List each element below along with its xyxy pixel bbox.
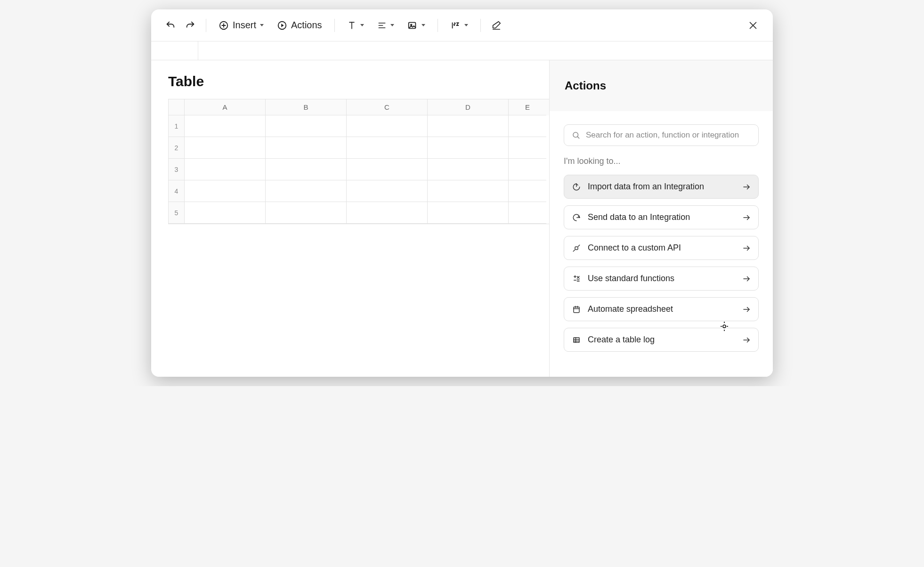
column-header[interactable]: C	[347, 99, 428, 115]
cell[interactable]	[428, 137, 509, 159]
eraser-button[interactable]	[488, 17, 504, 33]
align-button[interactable]	[373, 18, 399, 33]
action-label: Send data to an Integration	[588, 212, 736, 222]
close-panel-button[interactable]	[746, 19, 760, 32]
svg-rect-31	[574, 337, 579, 342]
text-format-button[interactable]	[342, 18, 369, 33]
cell[interactable]	[266, 180, 347, 202]
actions-panel: Actions I'm looking to... Import data fr…	[549, 60, 773, 377]
number-format-button[interactable]	[446, 17, 473, 33]
cell[interactable]	[509, 137, 546, 159]
looking-label: I'm looking to...	[564, 156, 759, 166]
cell[interactable]	[509, 159, 546, 180]
cell[interactable]	[347, 137, 428, 159]
cell[interactable]	[185, 202, 266, 224]
close-icon	[748, 20, 758, 31]
action-label: Use standard functions	[588, 274, 736, 284]
cell[interactable]	[347, 115, 428, 137]
cell[interactable]	[185, 180, 266, 202]
svg-line-12	[577, 137, 579, 138]
insert-button[interactable]: Insert	[214, 17, 268, 33]
arrow-right-icon	[742, 336, 751, 344]
column-header[interactable]: B	[266, 99, 347, 115]
action-create-table-log[interactable]: Create a table log	[564, 328, 759, 352]
cell[interactable]	[185, 115, 266, 137]
cell[interactable]	[509, 115, 546, 137]
arrow-right-icon	[742, 183, 751, 191]
cell[interactable]	[185, 137, 266, 159]
table-row: 4	[169, 180, 549, 202]
cell[interactable]	[428, 115, 509, 137]
column-header[interactable]: A	[185, 99, 266, 115]
actions-button[interactable]: Actions	[272, 17, 327, 33]
sheet-title: Table	[168, 73, 532, 89]
toolbar-separator	[334, 19, 335, 32]
table-row: 2	[169, 137, 549, 159]
action-label: Import data from an Integration	[588, 182, 736, 192]
cell[interactable]	[509, 202, 546, 224]
cell[interactable]	[428, 180, 509, 202]
row-header[interactable]: 3	[169, 159, 185, 180]
row-header[interactable]: 2	[169, 137, 185, 159]
chevron-down-icon	[260, 24, 264, 26]
play-circle-icon	[277, 20, 287, 31]
function-icon	[572, 274, 581, 284]
column-header[interactable]: E	[509, 99, 546, 115]
table-row: 5	[169, 202, 549, 224]
insert-label: Insert	[233, 20, 256, 31]
cell[interactable]	[185, 159, 266, 180]
action-connect-api[interactable]: Connect to a custom API	[564, 236, 759, 260]
number-icon	[450, 20, 461, 31]
image-insert-button[interactable]	[403, 17, 430, 33]
undo-icon	[165, 20, 176, 31]
search-input[interactable]	[586, 130, 751, 140]
cell[interactable]	[266, 202, 347, 224]
column-header[interactable]: D	[428, 99, 509, 115]
undo-button[interactable]	[162, 17, 178, 33]
spreadsheet-grid[interactable]: A B C D E 1 2 3	[168, 99, 549, 224]
cell[interactable]	[266, 115, 347, 137]
search-box[interactable]	[564, 124, 759, 146]
redo-icon	[185, 20, 195, 31]
eraser-icon	[491, 20, 502, 31]
svg-rect-26	[574, 307, 579, 312]
toolbar: Insert Actions	[151, 9, 773, 41]
app-window: Insert Actions	[151, 9, 773, 377]
cell[interactable]	[347, 202, 428, 224]
arrow-right-icon	[742, 275, 751, 283]
cell[interactable]	[347, 159, 428, 180]
formula-bar[interactable]	[151, 41, 773, 60]
svg-marker-4	[281, 24, 284, 27]
cell[interactable]	[428, 202, 509, 224]
panel-title: Actions	[565, 79, 606, 92]
row-header[interactable]: 5	[169, 202, 185, 224]
action-automate-spreadsheet[interactable]: Automate spreadsheet	[564, 297, 759, 321]
cell[interactable]	[347, 180, 428, 202]
redo-button[interactable]	[182, 17, 198, 33]
arrow-right-icon	[742, 213, 751, 222]
table-row: 3	[169, 159, 549, 180]
arrow-right-icon	[742, 305, 751, 314]
action-import-data[interactable]: Import data from an Integration	[564, 175, 759, 199]
action-list: Import data from an Integration Send dat…	[564, 175, 759, 352]
calendar-icon	[572, 305, 581, 314]
cell-reference[interactable]	[162, 41, 198, 60]
cell[interactable]	[266, 159, 347, 180]
chevron-down-icon	[390, 24, 394, 26]
action-label: Connect to a custom API	[588, 243, 736, 253]
action-label: Automate spreadsheet	[588, 304, 736, 314]
image-plus-icon	[407, 20, 418, 31]
action-standard-functions[interactable]: Use standard functions	[564, 267, 759, 291]
row-header[interactable]: 4	[169, 180, 185, 202]
plus-circle-icon	[219, 20, 229, 31]
cell[interactable]	[266, 137, 347, 159]
cell[interactable]	[509, 180, 546, 202]
plug-icon	[572, 243, 581, 253]
row-header[interactable]: 1	[169, 115, 185, 137]
toolbar-separator	[206, 19, 206, 32]
action-send-data[interactable]: Send data to an Integration	[564, 205, 759, 229]
corner-cell[interactable]	[169, 99, 185, 115]
cell[interactable]	[428, 159, 509, 180]
align-icon	[377, 21, 387, 30]
import-icon	[572, 182, 581, 192]
